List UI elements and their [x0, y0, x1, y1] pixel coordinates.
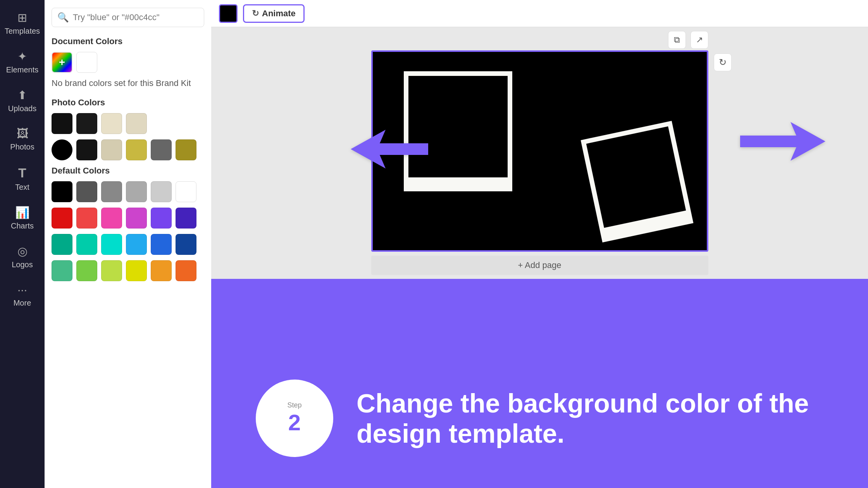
photo-swatch-5[interactable]: [52, 139, 72, 160]
text-icon: T: [18, 165, 26, 180]
photo-swatch-6[interactable]: [76, 139, 97, 160]
sidebar-item-uploads[interactable]: ⬆ Uploads: [0, 81, 45, 120]
sidebar-nav: ⊞ Templates ✦ Elements ⬆ Uploads 🖼 Photo…: [0, 0, 45, 488]
photo-swatch-4[interactable]: [126, 113, 147, 134]
sidebar-item-label: Text: [15, 183, 29, 192]
photo-swatch-3[interactable]: [101, 113, 122, 134]
default-swatch-dark-purple[interactable]: [176, 208, 196, 229]
arrow-right-panel: [740, 120, 825, 164]
sidebar-item-label: More: [14, 299, 31, 308]
default-swatch-medium-gray[interactable]: [101, 181, 122, 202]
photo-swatch-1[interactable]: [52, 113, 72, 134]
sidebar-item-text[interactable]: T Text: [0, 158, 45, 199]
sidebar-item-label: Uploads: [8, 104, 36, 113]
document-colors-label: Document Colors: [52, 36, 204, 46]
duplicate-button[interactable]: ⧉: [668, 31, 686, 49]
sidebar-item-label: Photos: [10, 143, 34, 151]
animate-label: Animate: [262, 9, 296, 19]
arrow-left-panel: [351, 128, 428, 172]
animate-icon: ↻: [252, 9, 259, 19]
color-panel: 🔍 Document Colors No brand colors set fo…: [45, 0, 211, 488]
polaroid-frame-2: [580, 121, 693, 242]
canvas-workspace: ⧉ ↗ ↻ + Add page: [211, 27, 868, 488]
more-icon: ···: [17, 283, 27, 296]
photo-swatch-8[interactable]: [126, 139, 147, 160]
refresh-button[interactable]: ↻: [714, 53, 732, 71]
sidebar-item-charts[interactable]: 📊 Charts: [0, 199, 45, 237]
export-button[interactable]: ↗: [691, 31, 708, 49]
photo-swatch-10[interactable]: [176, 139, 196, 160]
sidebar-item-label: Logos: [12, 260, 33, 269]
photo-area-2: [586, 126, 685, 228]
main-area: ↻ Animate ⚙ ⧉ ↗ ↻: [211, 0, 868, 488]
sidebar-item-label: Charts: [11, 222, 34, 230]
photo-swatch-7[interactable]: [101, 139, 122, 160]
logos-icon: ◎: [17, 244, 28, 258]
photo-swatch-9[interactable]: [151, 139, 172, 160]
default-swatch-blue[interactable]: [151, 234, 172, 255]
default-swatch-sky-blue[interactable]: [126, 234, 147, 255]
photo-colors-row-2: [52, 139, 204, 160]
sidebar-item-label: Templates: [5, 27, 40, 36]
photo-colors-row-1: [52, 113, 204, 134]
default-swatch-pink[interactable]: [101, 208, 122, 229]
default-swatch-dark-gray[interactable]: [76, 181, 97, 202]
default-swatch-magenta[interactable]: [126, 208, 147, 229]
color-swatch-white[interactable]: [76, 52, 97, 73]
charts-icon: 📊: [15, 206, 29, 219]
sidebar-item-more[interactable]: ··· More: [0, 276, 45, 314]
elements-icon: ✦: [17, 50, 27, 63]
default-swatch-black[interactable]: [52, 181, 72, 202]
default-swatch-orange[interactable]: [176, 260, 196, 281]
animate-button[interactable]: ↻ Animate: [243, 4, 305, 23]
default-swatch-mint[interactable]: [76, 234, 97, 255]
search-icon: 🔍: [57, 12, 69, 23]
default-swatch-dark-blue[interactable]: [176, 234, 196, 255]
default-colors-label: Default Colors: [52, 166, 204, 176]
color-search-bar[interactable]: 🔍: [52, 8, 204, 27]
photo-colors-label: Photo Colors: [52, 98, 204, 108]
search-input[interactable]: [73, 12, 198, 22]
default-swatch-lime[interactable]: [76, 260, 97, 281]
photos-icon: 🖼: [17, 127, 28, 140]
default-swatch-cyan-teal[interactable]: [101, 234, 122, 255]
sidebar-item-label: Elements: [6, 65, 38, 74]
add-color-button[interactable]: [52, 52, 72, 73]
default-swatch-red[interactable]: [52, 208, 72, 229]
canvas-action-top: ⧉ ↗: [668, 31, 708, 49]
templates-icon: ⊞: [17, 11, 27, 24]
sidebar-item-logos[interactable]: ◎ Logos: [0, 237, 45, 276]
default-colors-row-4: [52, 260, 204, 281]
default-swatch-amber[interactable]: [151, 260, 172, 281]
sidebar-item-photos[interactable]: 🖼 Photos: [0, 120, 45, 158]
uploads-icon: ⬆: [17, 88, 27, 102]
default-swatch-lighter-gray[interactable]: [151, 181, 172, 202]
toolbar-color-box[interactable]: [219, 4, 238, 23]
default-swatch-light-gray[interactable]: [126, 181, 147, 202]
default-swatch-yellow-green[interactable]: [101, 260, 122, 281]
default-colors-row-2: [52, 208, 204, 229]
default-swatch-green-mint[interactable]: [52, 260, 72, 281]
default-swatch-coral[interactable]: [76, 208, 97, 229]
top-toolbar: ↻ Animate: [211, 0, 868, 27]
default-colors-row-3: [52, 234, 204, 255]
svg-marker-0: [351, 130, 428, 168]
sidebar-item-elements[interactable]: ✦ Elements: [0, 43, 45, 81]
svg-marker-1: [740, 122, 825, 161]
add-page-label: + Add page: [518, 260, 561, 270]
photo-swatch-2[interactable]: [76, 113, 97, 134]
no-brand-text: No brand colors set for this Brand Kit: [52, 78, 204, 88]
default-swatch-white[interactable]: [176, 181, 196, 202]
document-colors-row: [52, 52, 204, 73]
default-swatch-teal[interactable]: [52, 234, 72, 255]
add-page-bar[interactable]: + Add page: [371, 256, 708, 275]
default-colors-row-1: [52, 181, 204, 202]
sidebar-item-templates[interactable]: ⊞ Templates: [0, 4, 45, 43]
default-swatch-purple[interactable]: [151, 208, 172, 229]
default-swatch-yellow[interactable]: [126, 260, 147, 281]
